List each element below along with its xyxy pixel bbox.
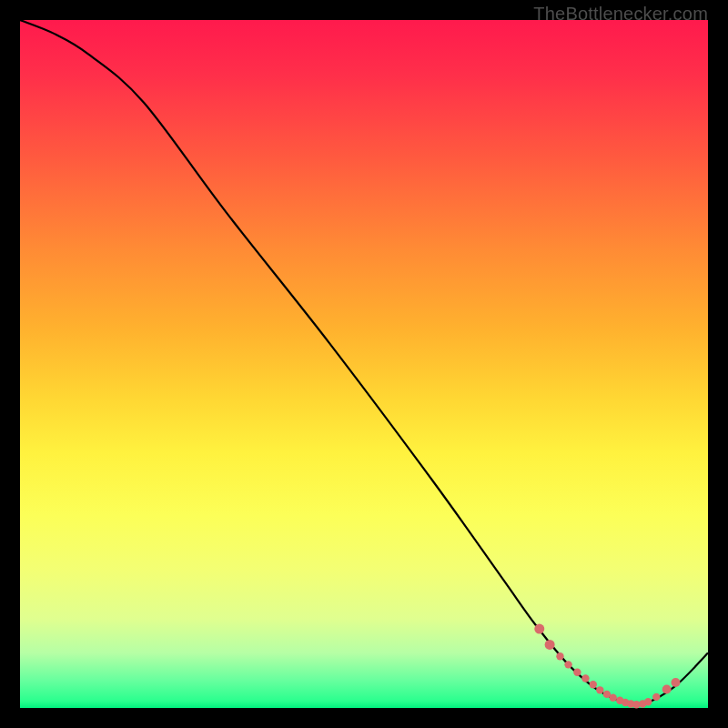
- plot-area: [20, 20, 708, 708]
- marker-dot: [573, 668, 581, 675]
- marker-group: [534, 624, 680, 709]
- curve-group: [20, 20, 708, 708]
- marker-dot: [652, 693, 660, 701]
- marker-dot: [671, 678, 680, 687]
- attribution-text: TheBottlenecker.com: [533, 4, 708, 25]
- marker-dot: [556, 652, 563, 660]
- marker-dot: [590, 681, 597, 688]
- marker-dot: [662, 685, 672, 694]
- marker-dot: [609, 693, 616, 701]
- marker-dot: [545, 640, 555, 650]
- chart-svg: [20, 20, 708, 708]
- main-curve: [20, 20, 708, 704]
- marker-dot: [564, 661, 571, 668]
- marker-dot: [534, 624, 544, 634]
- marker-dot: [644, 698, 652, 705]
- marker-dot: [596, 686, 603, 693]
- chart-frame: TheBottlenecker.com: [0, 0, 728, 728]
- marker-dot: [581, 674, 589, 682]
